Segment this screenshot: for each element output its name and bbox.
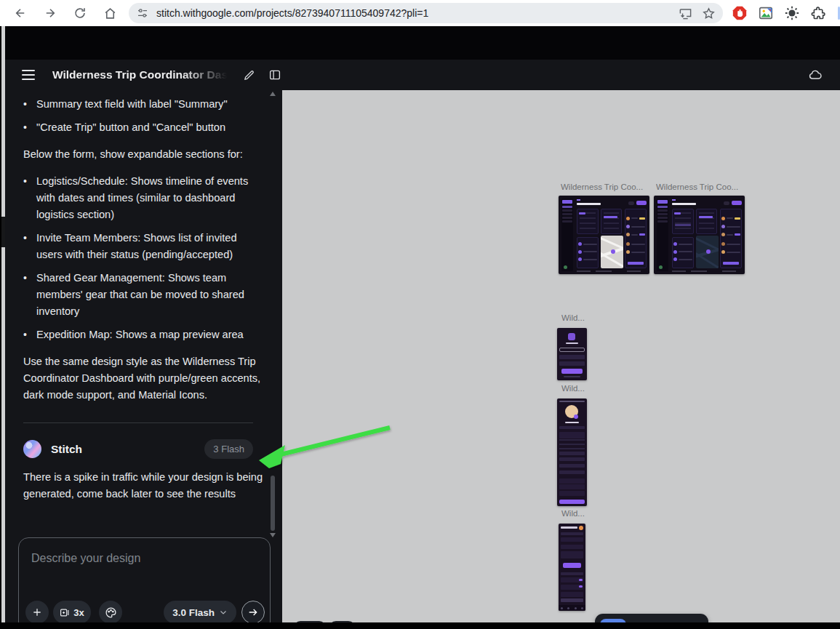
extensions-puzzle-icon[interactable] <box>809 4 828 23</box>
left-scroll-strip[interactable] <box>1 26 5 622</box>
scrollbar-up-arrow[interactable] <box>270 92 276 96</box>
stitch-avatar <box>23 440 41 458</box>
mobile-design-thumbnail[interactable] <box>557 328 587 380</box>
send-button[interactable] <box>241 601 265 624</box>
thumbnail-label: Wilderness Trip Coo... <box>656 183 743 191</box>
chat-bullet: •Expedition Map: Shows a map preview are… <box>23 326 257 343</box>
window-bottom-edge <box>0 622 840 629</box>
chat-bullet: •Invite Team Members: Shows list of invi… <box>23 230 257 263</box>
chat-bullet: •Logistics/Schedule: Shows timeline of e… <box>23 173 257 223</box>
toggle-panel-icon[interactable] <box>265 65 285 85</box>
browser-forward-button[interactable] <box>39 1 62 25</box>
thumbnail-label: Wild... <box>561 509 591 518</box>
browser-home-button[interactable] <box>98 1 121 25</box>
photos-extension-icon[interactable] <box>756 4 775 23</box>
assistant-message-header: Stitch 3 Flash <box>23 439 253 459</box>
edit-title-icon[interactable] <box>239 65 259 85</box>
scrollbar-thumb[interactable] <box>271 476 275 531</box>
thumbnail-label: Wild... <box>561 384 591 393</box>
dark-mode-extension-icon[interactable] <box>783 4 801 23</box>
thumbnail-label: Wild... <box>561 313 591 322</box>
divider <box>23 422 253 423</box>
browser-back-button[interactable] <box>9 1 32 25</box>
map-preview <box>696 236 719 268</box>
desktop-design-thumbnail[interactable] <box>654 196 745 274</box>
scrollbar-down-arrow[interactable] <box>270 533 276 537</box>
adblock-extension-icon[interactable] <box>730 4 749 23</box>
chat-history: •Summary text field with label "Summary"… <box>5 90 271 535</box>
design-canvas[interactable]: Wilderness Trip Coo... Wilderness Trip C… <box>282 90 840 629</box>
project-title: Wilderness Trip Coordinator Dashboard <box>52 68 233 81</box>
mobile-design-thumbnail[interactable] <box>559 524 585 611</box>
left-scroll-thumb[interactable] <box>1 217 5 247</box>
model-badge: 3 Flash <box>204 439 253 459</box>
model-name: 3.0 Flash <box>172 607 215 618</box>
mobile-design-thumbnail[interactable] <box>557 398 587 506</box>
map-preview <box>601 236 623 268</box>
install-app-icon[interactable] <box>676 4 694 22</box>
add-attachment-button[interactable] <box>25 601 49 624</box>
url-bar[interactable]: stitch.withgoogle.com/projects/827394071… <box>129 3 723 23</box>
prompt-composer[interactable]: Describe your design 3x 3.0 Flash <box>18 537 271 629</box>
chat-paragraph: Use the same design style as the Wildern… <box>23 353 263 404</box>
url-text[interactable]: stitch.withgoogle.com/projects/827394071… <box>156 7 671 19</box>
desktop-design-thumbnail[interactable] <box>559 196 649 274</box>
variants-count: 3x <box>73 607 84 618</box>
browser-reload-button[interactable] <box>68 1 92 25</box>
chat-sidebar: •Summary text field with label "Summary"… <box>5 90 282 629</box>
stitch-app: Wilderness Trip Coordinator Dashboard •S… <box>0 26 840 623</box>
chat-bullet: •Summary text field with label "Summary" <box>23 96 257 113</box>
model-selector[interactable]: 3.0 Flash <box>164 601 236 624</box>
app-header: Wilderness Trip Coordinator Dashboard <box>1 60 840 90</box>
menu-icon[interactable] <box>22 66 39 84</box>
bookmark-star-icon[interactable] <box>700 4 717 22</box>
assistant-message: There is a spike in traffic while your d… <box>23 469 263 502</box>
prompt-input[interactable]: Describe your design <box>31 552 140 565</box>
chat-bullet: •"Create Trip" button and "Cancel" butto… <box>23 119 257 136</box>
browser-toolbar: stitch.withgoogle.com/projects/827394071… <box>0 0 840 26</box>
site-info-icon[interactable] <box>135 5 151 21</box>
variants-button[interactable]: 3x <box>53 601 91 624</box>
assistant-name: Stitch <box>51 443 204 456</box>
chat-bullet: •Shared Gear Management: Shows team memb… <box>23 270 257 320</box>
thumbnail-label: Wilderness Trip Coo... <box>561 183 648 191</box>
chat-paragraph: Below the form, show expandable sections… <box>23 146 263 163</box>
theme-palette-button[interactable] <box>99 601 122 624</box>
sync-cloud-icon[interactable] <box>805 65 825 85</box>
